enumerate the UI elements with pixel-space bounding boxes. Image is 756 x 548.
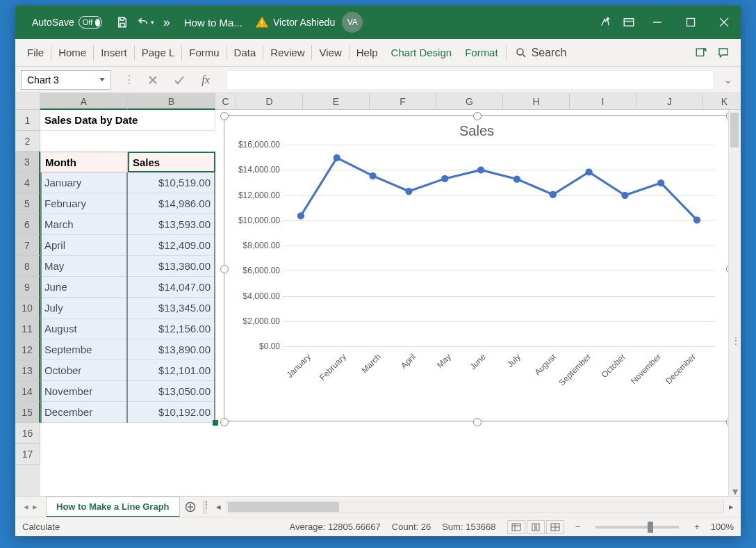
zoom-value[interactable]: 100% [711, 522, 734, 532]
comments-icon[interactable] [716, 45, 731, 61]
formula-expand-icon[interactable]: ⌄ [721, 73, 735, 86]
col-header-K[interactable]: K [703, 93, 741, 110]
chart-plot-area[interactable]: $0.00$2,000.00$4,000.00$6,000.00$8,000.0… [283, 145, 715, 346]
col-header-F[interactable]: F [370, 93, 436, 110]
col-header-A[interactable]: A [40, 93, 128, 110]
tell-me-search[interactable]: Search [508, 47, 574, 59]
vertical-scrollbar[interactable]: ▴ ⋮ ▾ [728, 110, 741, 496]
row-header-11[interactable]: 11 [15, 319, 40, 339]
tab-split-handle[interactable] [204, 500, 206, 514]
cell-A14[interactable]: November [40, 381, 128, 402]
qat-more-icon[interactable]: » [158, 15, 176, 30]
cell-B5[interactable]: $14,986.00 [128, 193, 215, 214]
row-header-3[interactable]: 3 [15, 152, 40, 172]
row-header-17[interactable]: 17 [15, 444, 40, 465]
cell-B10[interactable]: $13,345.00 [128, 298, 215, 319]
ribbon-tab-home[interactable]: Home [52, 41, 92, 64]
col-header-J[interactable]: J [636, 93, 703, 110]
cells-area[interactable]: Sales Data by DateMonthSalesJanuary$10,5… [40, 110, 741, 496]
row-header-7[interactable]: 7 [15, 235, 40, 256]
row-header-16[interactable]: 16 [15, 423, 40, 444]
embedded-chart[interactable]: Sales$0.00$2,000.00$4,000.00$6,000.00$8,… [224, 115, 730, 421]
cell-B9[interactable]: $14,047.00 [128, 277, 215, 298]
cell-A9[interactable]: June [40, 277, 128, 298]
col-header-C[interactable]: C [215, 93, 236, 110]
cell-A12[interactable]: Septembe [40, 339, 128, 360]
cell-A10[interactable]: July [40, 298, 128, 319]
autosave-toggle[interactable]: AutoSave Off [15, 16, 110, 29]
page-break-view-button[interactable] [546, 520, 564, 534]
formula-bar[interactable] [227, 70, 714, 90]
cell-A7[interactable]: April [40, 235, 128, 256]
row-header-13[interactable]: 13 [15, 360, 40, 381]
coming-soon-icon[interactable] [593, 6, 617, 39]
hscroll-thumb[interactable] [228, 502, 339, 512]
normal-view-button[interactable] [507, 520, 525, 534]
row-headers[interactable]: 1234567891011121314151617 [15, 110, 40, 496]
cell-B6[interactable]: $13,593.00 [128, 214, 215, 235]
row-header-6[interactable]: 6 [15, 214, 40, 235]
ribbon-tab-help[interactable]: Help [350, 41, 384, 64]
cell-B13[interactable]: $12,101.00 [128, 360, 215, 381]
row-header-8[interactable]: 8 [15, 256, 40, 277]
cell-B3[interactable]: Sales [128, 152, 215, 172]
col-header-I[interactable]: I [570, 93, 636, 110]
cell-B14[interactable]: $13,050.00 [128, 381, 215, 402]
share-icon[interactable] [693, 45, 709, 61]
cell-A8[interactable]: May [40, 256, 128, 277]
new-sheet-button[interactable] [180, 501, 201, 513]
cell-A15[interactable]: December [40, 402, 128, 423]
ribbon-tab-insert[interactable]: Insert [94, 41, 133, 64]
col-header-B[interactable]: B [128, 93, 215, 110]
ribbon-tab-file[interactable]: File [21, 41, 50, 64]
fx-icon[interactable]: fx [197, 72, 214, 88]
cell-B8[interactable]: $13,380.00 [128, 256, 215, 277]
maximize-button[interactable] [674, 6, 707, 39]
cell-B12[interactable]: $13,890.00 [128, 339, 215, 360]
hscroll-right-icon[interactable]: ▸ [724, 501, 738, 513]
ribbon-tab-view[interactable]: View [313, 41, 347, 64]
cell-A6[interactable]: March [40, 214, 128, 235]
cell-A5[interactable]: February [40, 193, 128, 214]
vscroll-thumb[interactable] [730, 113, 739, 147]
column-headers[interactable]: ABCDEFGHIJK [40, 93, 741, 110]
ribbon-tab-review[interactable]: Review [264, 41, 311, 64]
ribbon-mode-icon[interactable] [617, 6, 641, 39]
col-header-D[interactable]: D [236, 93, 303, 110]
cell-A4[interactable]: January [40, 172, 128, 193]
row-header-2[interactable]: 2 [15, 131, 40, 152]
row-header-5[interactable]: 5 [15, 193, 40, 214]
select-all-corner[interactable] [15, 93, 40, 110]
col-header-G[interactable]: G [436, 93, 503, 110]
cell-A3[interactable]: Month [40, 152, 128, 172]
name-box[interactable]: Chart 3 [21, 70, 111, 90]
cancel-formula-icon[interactable] [145, 72, 161, 88]
close-button[interactable] [707, 6, 741, 39]
col-header-H[interactable]: H [503, 93, 570, 110]
enter-formula-icon[interactable] [171, 72, 188, 88]
horizontal-scrollbar[interactable]: ◂ ▸ [209, 501, 741, 513]
row-header-9[interactable]: 9 [15, 277, 40, 298]
sheet-tab-active[interactable]: How to Make a Line Graph [46, 497, 180, 517]
row-header-15[interactable]: 15 [15, 402, 40, 423]
cell-A1[interactable]: Sales Data by Date [40, 110, 215, 131]
cell-B11[interactable]: $12,156.00 [128, 319, 215, 339]
undo-icon[interactable]: ▾ [134, 6, 158, 39]
avatar[interactable]: VA [342, 12, 363, 33]
ribbon-tab-chart-design[interactable]: Chart Design [385, 41, 459, 64]
row-header-1[interactable]: 1 [15, 110, 40, 131]
sheet-nav[interactable]: ◂▸ [15, 501, 46, 512]
ribbon-tab-page-l[interactable]: Page L [135, 41, 181, 64]
zoom-out-button[interactable]: − [575, 522, 581, 532]
page-layout-view-button[interactable] [527, 520, 545, 534]
zoom-slider[interactable] [595, 526, 679, 529]
cell-A13[interactable]: October [40, 360, 128, 381]
cell-B15[interactable]: $10,192.00 [128, 402, 215, 423]
worksheet-grid[interactable]: ABCDEFGHIJK 1234567891011121314151617 Sa… [15, 93, 741, 496]
row-header-12[interactable]: 12 [15, 339, 40, 360]
minimize-button[interactable] [641, 6, 674, 39]
col-header-E[interactable]: E [303, 93, 370, 110]
row-header-14[interactable]: 14 [15, 381, 40, 402]
username[interactable]: Victor Ashiedu [273, 17, 335, 28]
cell-A11[interactable]: August [40, 319, 128, 339]
